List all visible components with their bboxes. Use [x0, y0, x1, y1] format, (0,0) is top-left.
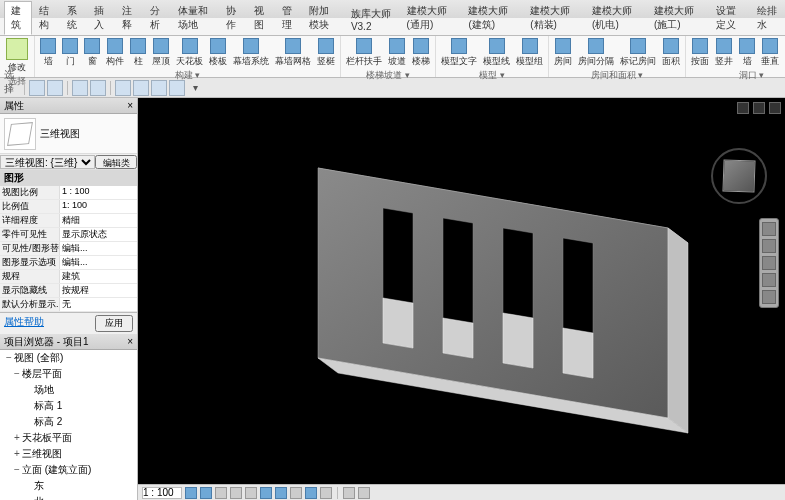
property-value[interactable]: 按规程: [60, 284, 137, 297]
qat-filter-icon[interactable]: [47, 80, 63, 96]
nav-look-icon[interactable]: [762, 290, 776, 304]
nav-zoom-icon[interactable]: [762, 256, 776, 270]
status-icon[interactable]: [358, 487, 370, 499]
crop-view-icon[interactable]: [260, 487, 272, 499]
property-value[interactable]: 显示原状态: [60, 228, 137, 241]
ribbon-button[interactable]: 标记房间: [618, 37, 658, 69]
ribbon-tab[interactable]: 插入: [87, 1, 115, 35]
close-view-icon[interactable]: [769, 102, 781, 114]
properties-help-link[interactable]: 属性帮助: [4, 315, 44, 332]
apply-button[interactable]: 应用: [95, 315, 133, 332]
ribbon-tab[interactable]: 建模大师 (通用): [400, 1, 462, 35]
qat-tool-icon[interactable]: [169, 80, 185, 96]
nav-orbit-icon[interactable]: [762, 273, 776, 287]
ribbon-button[interactable]: 按面: [689, 37, 711, 69]
ribbon-button[interactable]: 栏杆扶手: [344, 37, 384, 69]
ribbon-tab[interactable]: 分析: [143, 1, 171, 35]
detail-level-icon[interactable]: [185, 487, 197, 499]
ribbon-button[interactable]: 坡道: [386, 37, 408, 69]
qat-undo-icon[interactable]: [72, 80, 88, 96]
ribbon-button[interactable]: 幕墙网格: [273, 37, 313, 69]
ribbon-button[interactable]: 柱: [128, 37, 148, 69]
tree-node[interactable]: −视图 (全部): [0, 350, 137, 366]
rendering-icon[interactable]: [245, 487, 257, 499]
tree-node[interactable]: 标高 2: [0, 414, 137, 430]
maximize-icon[interactable]: [753, 102, 765, 114]
ribbon-button[interactable]: 房间: [552, 37, 574, 69]
visual-style-icon[interactable]: [200, 487, 212, 499]
ribbon-button[interactable]: 幕墙系统: [231, 37, 271, 69]
qat-tool-icon[interactable]: [151, 80, 167, 96]
shadows-icon[interactable]: [230, 487, 242, 499]
ribbon-button[interactable]: 楼板: [207, 37, 229, 69]
ribbon-tab[interactable]: 体量和场地: [171, 1, 219, 35]
qat-tool-icon[interactable]: [133, 80, 149, 96]
property-value[interactable]: 1: 100: [60, 200, 137, 213]
ribbon-tab[interactable]: 绘排水: [750, 1, 785, 35]
edit-type-button[interactable]: 编辑类型: [95, 155, 137, 169]
close-icon[interactable]: ×: [127, 100, 133, 111]
ribbon-button[interactable]: 模型组: [514, 37, 545, 69]
browser-panel-header[interactable]: 项目浏览器 - 项目1×: [0, 334, 137, 350]
ribbon-tab[interactable]: 设置定义: [709, 1, 751, 35]
ribbon-button[interactable]: 竖井: [713, 37, 735, 69]
ribbon-tab[interactable]: 系统: [60, 1, 88, 35]
qat-tool-icon[interactable]: [115, 80, 131, 96]
ribbon-tab[interactable]: 结构: [32, 1, 60, 35]
property-value[interactable]: 1 : 100: [60, 186, 137, 199]
ribbon-button[interactable]: 墙: [38, 37, 58, 69]
ribbon-tab[interactable]: 协作: [219, 1, 247, 35]
tree-node[interactable]: 东: [0, 478, 137, 494]
element-type-select[interactable]: 三维视图: {三维}: [0, 155, 95, 169]
ribbon-button[interactable]: 模型文字: [439, 37, 479, 69]
tree-node[interactable]: −楼层平面: [0, 366, 137, 382]
qat-redo-icon[interactable]: [90, 80, 106, 96]
qat-dropdown-icon[interactable]: ▾: [187, 80, 203, 96]
ribbon-tab[interactable]: 建模大师 (精装): [523, 1, 585, 35]
property-value[interactable]: 无: [60, 298, 137, 311]
ribbon-button[interactable]: 楼梯: [410, 37, 432, 69]
status-icon[interactable]: [343, 487, 355, 499]
tree-node[interactable]: 场地: [0, 382, 137, 398]
sun-path-icon[interactable]: [215, 487, 227, 499]
ribbon-tab[interactable]: 建模大师 (建筑): [461, 1, 523, 35]
property-value[interactable]: 编辑...: [60, 256, 137, 269]
crop-region-icon[interactable]: [275, 487, 287, 499]
reveal-icon[interactable]: [320, 487, 332, 499]
ribbon-tab[interactable]: 注释: [115, 1, 143, 35]
property-value[interactable]: 编辑...: [60, 242, 137, 255]
ribbon-button[interactable]: 墙: [737, 37, 757, 69]
ribbon-button[interactable]: 模型线: [481, 37, 512, 69]
qat-cursor-icon[interactable]: [29, 80, 45, 96]
ribbon-tab[interactable]: 建模大师 (施工): [647, 1, 709, 35]
tree-node[interactable]: −立面 (建筑立面): [0, 462, 137, 478]
properties-panel-header[interactable]: 属性×: [0, 98, 137, 114]
ribbon-button[interactable]: 屋顶: [150, 37, 172, 69]
ribbon-tab[interactable]: 视图: [247, 1, 275, 35]
select-dropdown[interactable]: 选择 ▾: [4, 80, 20, 96]
property-value[interactable]: 精细: [60, 214, 137, 227]
tree-node[interactable]: 北: [0, 494, 137, 500]
ribbon-tab[interactable]: 族库大师V3.2: [344, 4, 400, 35]
nav-wheel-icon[interactable]: [762, 222, 776, 236]
ribbon-button[interactable]: 垂直: [759, 37, 781, 69]
lock-3d-icon[interactable]: [290, 487, 302, 499]
ribbon-button[interactable]: 房间分隔: [576, 37, 616, 69]
ribbon-button[interactable]: 竖梃: [315, 37, 337, 69]
tree-node[interactable]: +天花板平面: [0, 430, 137, 446]
ribbon-tab[interactable]: 管理: [275, 1, 303, 35]
scale-input[interactable]: [142, 487, 182, 499]
ribbon-button[interactable]: 构件: [104, 37, 126, 69]
ribbon-button[interactable]: 门: [60, 37, 80, 69]
close-icon[interactable]: ×: [127, 336, 133, 347]
temp-hide-icon[interactable]: [305, 487, 317, 499]
ribbon-tab[interactable]: 附加模块: [302, 1, 344, 35]
tree-node[interactable]: +三维视图: [0, 446, 137, 462]
tree-node[interactable]: 标高 1: [0, 398, 137, 414]
property-value[interactable]: 建筑: [60, 270, 137, 283]
ribbon-button[interactable]: 面积: [660, 37, 682, 69]
ribbon-tab[interactable]: 建模大师 (机电): [585, 1, 647, 35]
minimize-icon[interactable]: [737, 102, 749, 114]
viewport-3d[interactable]: [138, 98, 785, 500]
ribbon-button[interactable]: 天花板: [174, 37, 205, 69]
